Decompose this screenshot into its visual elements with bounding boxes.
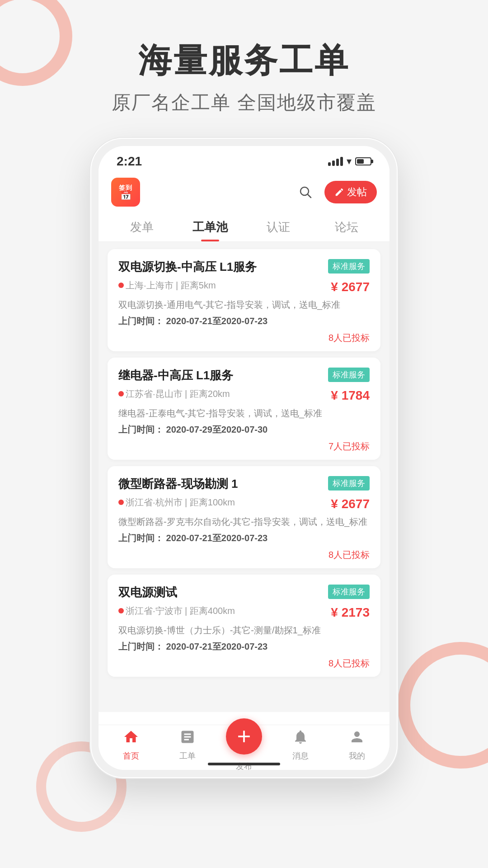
card-4-title: 双电源测试 xyxy=(118,585,324,600)
nav-orders-label: 工单 xyxy=(179,750,196,761)
home-icon xyxy=(123,729,139,749)
location-dot-icon xyxy=(118,500,124,505)
card-3-bid-count: 8人已投标 xyxy=(118,549,370,561)
nav-publish[interactable]: 发布 xyxy=(216,718,272,770)
nav-profile[interactable]: 我的 xyxy=(328,729,385,761)
nav-profile-label: 我的 xyxy=(349,750,365,761)
card-3-badge: 标准服务 xyxy=(328,476,370,491)
nav-messages-label: 消息 xyxy=(292,750,309,761)
nav-messages[interactable]: 消息 xyxy=(272,729,328,761)
card-4-time: 上门时间： 2020-07-21至2020-07-23 xyxy=(118,641,370,653)
card-2-bid-count: 7人已投标 xyxy=(118,440,370,453)
work-order-card-1[interactable]: 双电源切换-中高压 L1服务 标准服务 上海·上海市 | 距离5km ¥ 267… xyxy=(108,249,380,351)
signal-icon xyxy=(328,157,343,166)
card-4-info-row: 浙江省·宁波市 | 距离400km ¥ 2173 xyxy=(118,605,370,621)
card-4-bid-count: 8人已投标 xyxy=(118,657,370,670)
nav-home-label: 首页 xyxy=(123,750,139,761)
card-2-badge: 标准服务 xyxy=(328,368,370,382)
card-1-bid-count: 8人已投标 xyxy=(118,332,370,344)
search-button[interactable] xyxy=(296,182,315,202)
card-4-header: 双电源测试 标准服务 xyxy=(118,585,370,600)
card-2-title: 继电器-中高压 L1服务 xyxy=(118,368,324,383)
card-2-price: ¥ 1784 xyxy=(331,388,370,403)
phone-mockup: 2:21 ▾ 签到 📅 xyxy=(90,138,398,778)
card-3-price: ¥ 2677 xyxy=(331,497,370,511)
work-order-card-4[interactable]: 双电源测试 标准服务 浙江省·宁波市 | 距离400km ¥ 2173 双电源切… xyxy=(108,575,380,677)
card-4-location: 浙江省·宁波市 | 距离400km xyxy=(118,605,235,617)
card-3-header: 微型断路器-现场勘测 1 标准服务 xyxy=(118,476,370,492)
card-2-description: 继电器-正泰电气-其它-指导安装，调试，送电_标准 xyxy=(118,406,370,420)
card-4-description: 双电源切换-博世（力士乐）-其它-测量/勘探1_标准 xyxy=(118,623,370,637)
card-2-location: 江苏省·昆山市 | 距离20km xyxy=(118,388,230,400)
tab-luntan[interactable]: 论坛 xyxy=(312,211,380,241)
location-dot-icon xyxy=(118,391,124,396)
card-3-title: 微型断路器-现场勘测 1 xyxy=(118,476,324,492)
tab-faidan[interactable]: 发单 xyxy=(108,211,176,241)
app-header: 签到 📅 发帖 xyxy=(99,173,389,211)
page-title: 海量服务工单 xyxy=(0,41,488,81)
list-icon xyxy=(179,729,196,749)
card-1-time: 上门时间： 2020-07-21至2020-07-23 xyxy=(118,315,370,327)
status-bar: 2:21 ▾ xyxy=(99,146,389,173)
content-area: 双电源切换-中高压 L1服务 标准服务 上海·上海市 | 距离5km ¥ 267… xyxy=(99,242,389,712)
location-dot-icon xyxy=(118,608,124,613)
header-right: 发帖 xyxy=(296,181,377,203)
card-1-info-row: 上海·上海市 | 距离5km ¥ 2677 xyxy=(118,279,370,295)
card-2-info-row: 江苏省·昆山市 | 距离20km ¥ 1784 xyxy=(118,388,370,404)
post-label: 发帖 xyxy=(347,185,367,199)
logo-top-text: 签到 xyxy=(119,184,132,191)
tab-renzheng[interactable]: 认证 xyxy=(244,211,312,241)
bell-icon xyxy=(292,729,309,749)
battery-icon xyxy=(355,157,371,165)
user-icon xyxy=(349,729,365,749)
card-1-badge: 标准服务 xyxy=(328,259,370,274)
card-2-time: 上门时间： 2020-07-29至2020-07-30 xyxy=(118,424,370,436)
page-header: 海量服务工单 原厂名企工单 全国地级市覆盖 xyxy=(0,0,488,138)
nav-orders[interactable]: 工单 xyxy=(160,729,216,761)
status-time: 2:21 xyxy=(117,154,142,169)
svg-line-1 xyxy=(308,194,311,198)
home-indicator xyxy=(208,763,280,765)
card-1-location: 上海·上海市 | 距离5km xyxy=(118,279,216,292)
logo-icon: 📅 xyxy=(120,191,131,200)
phone-wrapper: 2:21 ▾ 签到 📅 xyxy=(0,138,488,778)
card-1-price: ¥ 2677 xyxy=(331,280,370,294)
card-2-header: 继电器-中高压 L1服务 标准服务 xyxy=(118,368,370,383)
work-order-card-3[interactable]: 微型断路器-现场勘测 1 标准服务 浙江省·杭州市 | 距离100km ¥ 26… xyxy=(108,466,380,568)
card-3-location: 浙江省·杭州市 | 距离100km xyxy=(118,496,235,509)
status-icons: ▾ xyxy=(328,156,371,167)
card-3-description: 微型断路器-罗克韦尔自动化-其它-指导安装，调试，送电_标准 xyxy=(118,515,370,528)
location-dot-icon xyxy=(118,283,124,288)
app-logo[interactable]: 签到 📅 xyxy=(111,178,140,207)
card-3-info-row: 浙江省·杭州市 | 距离100km ¥ 2677 xyxy=(118,496,370,512)
nav-tabs: 发单 工单池 认证 论坛 xyxy=(99,211,389,242)
wifi-icon: ▾ xyxy=(347,156,352,167)
card-4-badge: 标准服务 xyxy=(328,585,370,599)
phone-screen: 2:21 ▾ 签到 📅 xyxy=(99,146,389,770)
card-3-time: 上门时间： 2020-07-21至2020-07-23 xyxy=(118,532,370,544)
work-order-card-2[interactable]: 继电器-中高压 L1服务 标准服务 江苏省·昆山市 | 距离20km ¥ 178… xyxy=(108,358,380,460)
fab-publish-button[interactable] xyxy=(226,718,262,755)
card-1-title: 双电源切换-中高压 L1服务 xyxy=(118,259,324,275)
card-4-price: ¥ 2173 xyxy=(331,605,370,620)
card-1-header: 双电源切换-中高压 L1服务 标准服务 xyxy=(118,259,370,275)
post-button[interactable]: 发帖 xyxy=(324,181,377,203)
card-1-description: 双电源切换-通用电气-其它-指导安装，调试，送电_标准 xyxy=(118,298,370,311)
nav-home[interactable]: 首页 xyxy=(103,729,160,761)
tab-gongdanchi[interactable]: 工单池 xyxy=(176,211,244,241)
page-subtitle: 原厂名企工单 全国地级市覆盖 xyxy=(0,90,488,115)
